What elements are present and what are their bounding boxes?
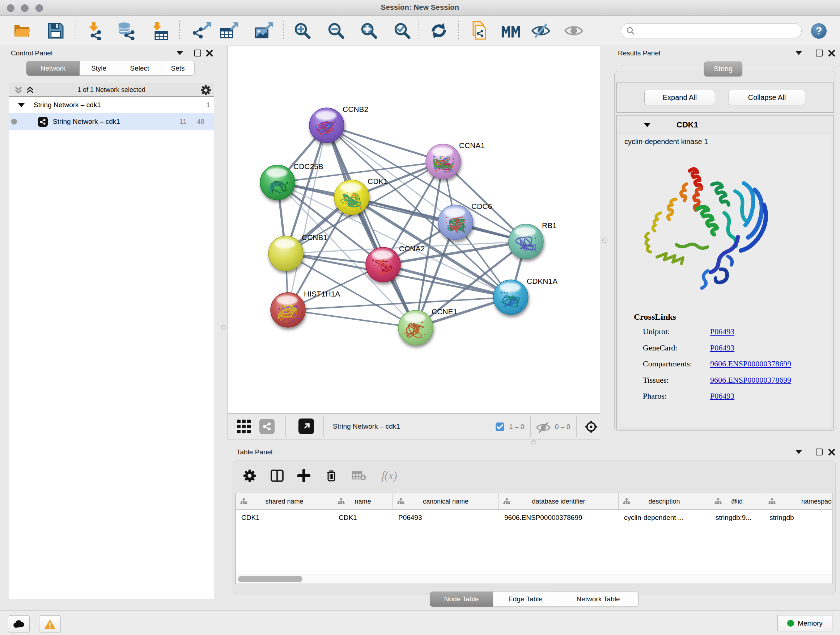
table-settings-gear-icon[interactable] bbox=[240, 466, 259, 485]
export-table-icon[interactable] bbox=[220, 21, 239, 40]
results-panel-float-icon[interactable] bbox=[816, 50, 823, 57]
right-splitter-handle[interactable] bbox=[602, 238, 607, 243]
table-cell[interactable]: 9606.ENSP00000378699 bbox=[499, 510, 619, 525]
graph-node-HIST1H1A[interactable] bbox=[271, 293, 305, 327]
network-collection-row[interactable]: String Network – cdk1 1 bbox=[9, 97, 214, 113]
table-cell[interactable]: cyclin-dependent ... bbox=[619, 510, 710, 525]
table-panel-float-icon[interactable] bbox=[816, 448, 823, 455]
save-session-icon[interactable] bbox=[46, 21, 65, 40]
help-button[interactable]: ? bbox=[811, 23, 827, 39]
results-panel-close-icon[interactable] bbox=[828, 50, 835, 57]
tab-select[interactable]: Select bbox=[118, 61, 161, 76]
search-input[interactable] bbox=[635, 27, 794, 35]
expand-all-button[interactable]: Expand All bbox=[644, 90, 715, 105]
network-row[interactable]: String Network – cdk1 11 48 bbox=[9, 113, 214, 130]
graph-edge-CCNB2-CCNA1[interactable] bbox=[327, 125, 443, 162]
graph-node-CDKN1A[interactable] bbox=[493, 280, 528, 315]
column-header-shared-name[interactable]: shared name bbox=[236, 493, 333, 510]
collection-expand-icon[interactable] bbox=[18, 103, 25, 107]
graph-node-CDC25B[interactable] bbox=[260, 165, 295, 200]
table-cell[interactable]: stringdb bbox=[764, 510, 832, 525]
selected-checkbox-icon[interactable] bbox=[495, 422, 505, 432]
warnings-button[interactable] bbox=[39, 616, 61, 632]
table-panel-menu-icon[interactable] bbox=[796, 450, 802, 454]
import-network-from-database-icon[interactable] bbox=[117, 21, 135, 40]
column-header-database-identifier[interactable]: database identifier bbox=[499, 493, 619, 510]
tab-style[interactable]: Style bbox=[80, 61, 118, 76]
tab-sets[interactable]: Sets bbox=[161, 61, 195, 76]
import-network-from-file-icon[interactable] bbox=[85, 21, 103, 40]
graph-node-CDK1[interactable] bbox=[334, 180, 369, 215]
hide-selected-icon[interactable] bbox=[531, 21, 550, 40]
copy-style-icon[interactable] bbox=[470, 21, 488, 40]
tab-network[interactable]: Network bbox=[27, 61, 80, 76]
results-panel-menu-icon[interactable] bbox=[796, 51, 802, 55]
tab-string[interactable]: String bbox=[704, 62, 742, 76]
crosslink-link[interactable]: P06493 bbox=[710, 343, 734, 353]
scrollbar-thumb[interactable] bbox=[238, 576, 302, 582]
graph-node-CCNB1[interactable] bbox=[268, 236, 303, 271]
graph-node-CCNA2[interactable] bbox=[366, 247, 401, 282]
graph-node-CCNB2[interactable] bbox=[309, 108, 344, 143]
table-cell[interactable]: P06493 bbox=[393, 510, 499, 525]
table-panel-close-icon[interactable] bbox=[828, 448, 835, 456]
zoom-selected-icon[interactable] bbox=[393, 21, 412, 40]
collapse-all-button[interactable]: Collapse All bbox=[729, 90, 805, 105]
delete-column-trash-icon[interactable] bbox=[322, 466, 341, 485]
gene-section-expand-icon[interactable] bbox=[644, 123, 651, 127]
tab-node-table[interactable]: Node Table bbox=[430, 592, 493, 607]
zoom-in-icon[interactable] bbox=[293, 21, 312, 40]
left-splitter-handle[interactable] bbox=[221, 325, 226, 330]
cloud-button[interactable] bbox=[8, 616, 30, 632]
grid-view-icon[interactable] bbox=[236, 419, 252, 435]
horizontal-splitter-handle[interactable] bbox=[531, 440, 536, 445]
share-view-icon[interactable] bbox=[259, 419, 275, 434]
tab-edge-table[interactable]: Edge Table bbox=[493, 592, 558, 607]
crosslink-link[interactable]: 9606.ENSP00000378699 bbox=[710, 359, 791, 369]
graph-node-RB1[interactable] bbox=[508, 224, 543, 259]
table-cell[interactable]: stringdb:9... bbox=[710, 510, 764, 525]
control-panel-close-icon[interactable] bbox=[206, 50, 213, 57]
apply-layout-icon[interactable] bbox=[429, 21, 448, 40]
gene-section-header[interactable]: CDK1 bbox=[616, 115, 834, 135]
add-column-icon[interactable] bbox=[294, 466, 313, 485]
split-table-view-icon[interactable] bbox=[268, 466, 286, 485]
zoom-fit-icon[interactable] bbox=[360, 21, 378, 40]
control-panel-menu-icon[interactable] bbox=[177, 51, 183, 55]
network-graph[interactable]: CCNB2CCNA1CDC25BCDK1CDC6RB1CCNB1CCNA2CDK… bbox=[227, 46, 600, 413]
toolbar-search-field[interactable] bbox=[621, 23, 802, 38]
tab-network-table[interactable]: Network Table bbox=[558, 592, 638, 607]
crosslink-link[interactable]: P06493 bbox=[710, 391, 734, 401]
table-horizontal-scrollbar[interactable] bbox=[236, 575, 832, 583]
show-all-icon[interactable] bbox=[564, 21, 583, 40]
memory-button[interactable]: Memory bbox=[777, 615, 832, 631]
export-image-icon[interactable] bbox=[255, 21, 273, 40]
delete-table-icon[interactable] bbox=[349, 466, 368, 485]
table-cell[interactable]: CDK1 bbox=[333, 510, 393, 525]
crosslink-link[interactable]: 9606.ENSP00000378699 bbox=[710, 375, 791, 385]
column-header-namespace[interactable]: namespace bbox=[764, 493, 832, 510]
column-header-description[interactable]: description bbox=[619, 493, 710, 510]
column-header-name[interactable]: name bbox=[333, 493, 393, 510]
table-cell[interactable]: CDK1 bbox=[236, 510, 333, 525]
hidden-eye-icon[interactable] bbox=[536, 422, 551, 433]
function-builder-icon[interactable]: f(x) bbox=[375, 466, 404, 485]
graph-edge-HIST1H1A-CCNE1[interactable] bbox=[288, 310, 416, 328]
graph-node-CCNA1[interactable] bbox=[426, 144, 461, 179]
node-table[interactable]: shared namenamecanonical namedatabase id… bbox=[235, 493, 832, 584]
import-table-from-file-icon[interactable] bbox=[150, 21, 169, 40]
column-header-canonical-name[interactable]: canonical name bbox=[393, 493, 499, 510]
export-network-icon[interactable] bbox=[193, 21, 212, 40]
zoom-out-icon[interactable] bbox=[327, 21, 346, 40]
open-in-window-icon[interactable] bbox=[298, 418, 314, 434]
column-header--id[interactable]: @id bbox=[710, 493, 764, 510]
fit-selected-crosshair-icon[interactable] bbox=[584, 420, 598, 434]
first-neighbors-icon[interactable] bbox=[501, 21, 520, 40]
graph-node-CCNE1[interactable] bbox=[398, 310, 433, 345]
open-session-icon[interactable] bbox=[13, 21, 32, 40]
control-panel-float-icon[interactable] bbox=[194, 50, 201, 57]
graph-node-CDC6[interactable] bbox=[438, 205, 473, 240]
graph-edge-CCNB2-HIST1H1A[interactable] bbox=[288, 125, 327, 310]
crosslink-link[interactable]: P06493 bbox=[710, 327, 734, 336]
network-options-gear-icon[interactable] bbox=[201, 85, 211, 95]
